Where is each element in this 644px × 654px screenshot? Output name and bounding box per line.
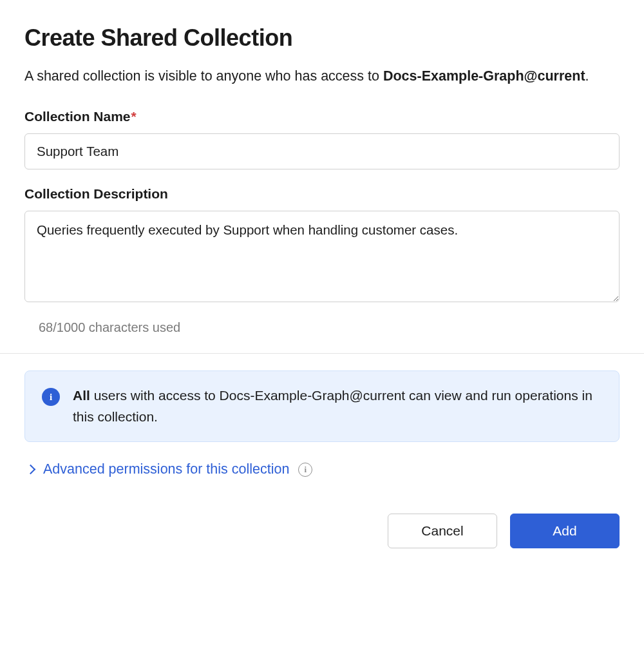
permissions-info-banner: i All users with access to Docs-Example-… (24, 370, 620, 442)
collection-name-label-text: Collection Name (24, 109, 131, 124)
subtitle-graph-name: Docs-Example-Graph@current (383, 68, 585, 84)
collection-description-label: Collection Description (24, 186, 620, 202)
subtitle-text-post: . (585, 68, 589, 84)
add-button[interactable]: Add (510, 514, 620, 548)
collection-description-field: Collection Description Queries frequentl… (24, 186, 620, 335)
subtitle-text-pre: A shared collection is visible to anyone… (24, 68, 383, 84)
dialog-button-row: Cancel Add (24, 514, 620, 548)
character-count: 68/1000 characters used (39, 320, 620, 335)
help-icon[interactable]: i (298, 463, 312, 477)
info-bold: All (73, 388, 90, 403)
advanced-permissions-label: Advanced permissions for this collection (43, 461, 289, 477)
required-asterisk: * (131, 109, 137, 124)
collection-name-input[interactable] (24, 133, 620, 169)
collection-name-label: Collection Name* (24, 109, 620, 124)
advanced-permissions-toggle[interactable]: Advanced permissions for this collection… (24, 461, 620, 477)
info-banner-text: All users with access to Docs-Example-Gr… (73, 385, 602, 427)
section-divider (0, 353, 644, 354)
collection-name-field: Collection Name* (24, 109, 620, 169)
dialog-title: Create Shared Collection (24, 24, 620, 52)
collection-description-input[interactable]: Queries frequently executed by Support w… (24, 211, 620, 302)
info-icon: i (42, 388, 60, 406)
chevron-right-icon (26, 465, 36, 475)
cancel-button[interactable]: Cancel (388, 514, 497, 548)
dialog-subtitle: A shared collection is visible to anyone… (24, 66, 620, 87)
info-rest: users with access to Docs-Example-Graph@… (73, 388, 592, 424)
